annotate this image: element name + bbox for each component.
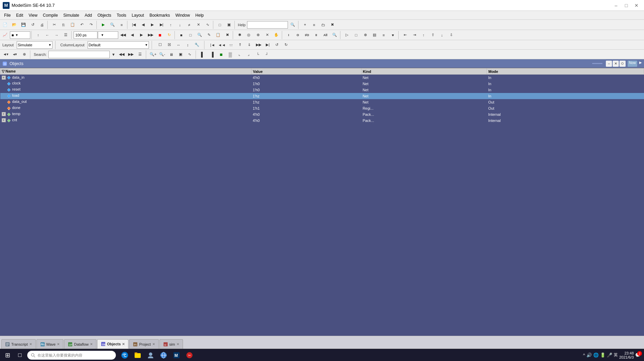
tb2-cursor5[interactable]: ✋ — [272, 31, 281, 39]
layout-more9[interactable]: ↻ — [282, 41, 291, 49]
col-kind[interactable]: Kind — [361, 68, 487, 75]
tb-extra4[interactable]: ✖ — [328, 21, 337, 29]
tray-mic[interactable]: 🎤 — [607, 352, 612, 358]
tb2-more3[interactable]: ↑ — [419, 31, 428, 39]
wb-search-all[interactable]: ☰ — [136, 50, 144, 59]
table-row[interactable]: +temp 4'h0 Pack... Internal — [0, 111, 644, 117]
layout-input[interactable]: Simulate — [18, 43, 48, 47]
wb-zoom-wave[interactable]: ∿ — [185, 50, 194, 59]
menu-simulate[interactable]: Simulate — [61, 12, 82, 18]
taskbar-modelsim-icon[interactable]: M — [170, 349, 183, 361]
layout-more4[interactable]: ⇑ — [236, 41, 245, 49]
layout-btn3[interactable]: ↔ — [174, 41, 183, 49]
tb-bookmark[interactable]: ≡ — [117, 21, 126, 29]
table-row[interactable]: reset 1'h0 Net In — [0, 87, 644, 93]
table-row[interactable]: +cnt 4'h0 Pack... Internal — [0, 117, 644, 124]
tb-extra3[interactable]: 🗀 — [319, 21, 328, 29]
tb2-disp2[interactable]: O — [293, 31, 302, 39]
table-row[interactable]: +data_in 4'h0 Net In — [0, 75, 644, 81]
tb2-more1[interactable]: ⇤ — [401, 31, 410, 39]
layout-more5[interactable]: ⇓ — [245, 41, 254, 49]
tb2-list[interactable]: ☰ — [61, 31, 70, 39]
tab-dataflow-close[interactable]: ✕ — [90, 342, 93, 346]
wb-shape8[interactable]: ┘ — [263, 50, 272, 59]
table-row[interactable]: data_out 1'hz Net Out — [0, 99, 644, 105]
layout-more7[interactable]: ▶| — [263, 41, 272, 49]
search-dropdown[interactable]: ▼ — [110, 50, 117, 59]
tb-search-find[interactable]: 🔍 — [108, 21, 117, 29]
start-button[interactable]: ⊞ — [1, 349, 14, 361]
wb-zoom-sel[interactable]: ▣ — [176, 50, 185, 59]
tb2-btn1[interactable]: 📈 — [1, 31, 10, 39]
tb2-step-back[interactable]: ◀ — [128, 31, 137, 39]
tb2-disp5[interactable]: All — [321, 31, 330, 39]
tab-sim-close[interactable]: ✕ — [177, 342, 179, 346]
tb-nav-split[interactable]: ≠ — [185, 21, 194, 29]
tb2-cursor2[interactable]: ◎ — [244, 31, 253, 39]
wb-btn1[interactable]: ◄▾ — [1, 50, 10, 59]
column-layout-arrow[interactable]: ▼ — [145, 43, 148, 47]
tab-wave[interactable]: Wave ✕ — [36, 339, 64, 349]
tb2-wave5[interactable]: 📋 — [214, 31, 223, 39]
tb-nav-wave[interactable]: ∿ — [203, 21, 212, 29]
wb-shape7[interactable]: └ — [254, 50, 262, 59]
layout-btn2[interactable]: ☒ — [165, 41, 174, 49]
tb2-next-step[interactable]: ▶▶ — [146, 31, 155, 39]
tb-nav-up[interactable]: ↑ — [166, 21, 175, 29]
tb2-restart[interactable]: ↻ — [165, 31, 173, 39]
menu-tools[interactable]: Tools — [114, 12, 129, 18]
layout-more6[interactable]: ▶▶ — [254, 41, 263, 49]
tb2-wave4[interactable]: ✎ — [204, 31, 213, 39]
tb2-cursor4[interactable]: ✕ — [263, 31, 272, 39]
column-layout-input[interactable]: Default — [89, 43, 145, 47]
col-name[interactable]: ▽ Name — [0, 68, 251, 75]
menu-window[interactable]: Window — [173, 12, 193, 18]
tab-transcript[interactable]: Transcript ✕ — [1, 339, 36, 349]
tb2-sel6[interactable]: ♥ — [388, 31, 397, 39]
tb2-disp1[interactable]: I — [284, 31, 293, 39]
layout-btn5[interactable]: 🔧 — [193, 41, 201, 49]
tb-nav-next[interactable]: ▶ — [148, 21, 157, 29]
tb2-forward[interactable]: → — [52, 31, 61, 39]
tb2-step[interactable]: ▶ — [137, 31, 146, 39]
tb-nav-prev[interactable]: ◀ — [139, 21, 148, 29]
tb2-wave3[interactable]: 🔍 — [195, 31, 204, 39]
tb2-sel2[interactable]: □ — [352, 31, 361, 39]
restore-button[interactable]: □ — [622, 1, 631, 10]
tb2-more4[interactable]: ⇧ — [428, 31, 437, 39]
wb-shape1[interactable]: ▌ — [198, 50, 207, 59]
tab-project[interactable]: Pr Project ✕ — [129, 339, 158, 349]
tray-speaker[interactable]: 🔊 — [586, 352, 592, 358]
tray-network[interactable]: 🌐 — [593, 352, 599, 358]
menu-view[interactable]: View — [26, 12, 40, 18]
tb-nav-start[interactable]: |◀ — [129, 21, 138, 29]
taskbar-search[interactable] — [27, 351, 116, 360]
tab-dataflow[interactable]: DF Dataflow ✕ — [64, 339, 96, 349]
table-row[interactable]: clock 1'h0 Net In — [0, 81, 644, 87]
taskbar-explorer-icon[interactable] — [132, 349, 144, 361]
layout-more3[interactable]: ↑↑ — [227, 41, 235, 49]
wb-shape2[interactable]: ▐ — [208, 50, 216, 59]
expand-btn[interactable]: + — [2, 76, 6, 80]
menu-file[interactable]: File — [1, 12, 13, 18]
tb2-sel3[interactable]: ⊕ — [361, 31, 370, 39]
tb-new[interactable]: 📄 — [1, 21, 10, 29]
layout-btn4[interactable]: ↕ — [183, 41, 192, 49]
tb2-disp6[interactable]: 🔍 — [330, 31, 339, 39]
menu-add[interactable]: Add — [82, 12, 95, 18]
table-row[interactable]: load 1'hz Net In — [0, 93, 644, 99]
wb-btn3[interactable]: ⊕ — [20, 50, 29, 59]
task-view-button[interactable]: ☐ — [14, 349, 26, 361]
tb-nav-cross[interactable]: ✕ — [194, 21, 203, 29]
close-button[interactable]: ✕ — [632, 1, 641, 10]
tb2-disp3[interactable]: I/O — [303, 31, 311, 39]
tray-lang[interactable]: 英 — [614, 352, 618, 358]
wb-btn2[interactable]: ◂▾ — [11, 50, 19, 59]
tb-cut[interactable]: ✂ — [50, 21, 59, 29]
tb-nav-down[interactable]: ↓ — [175, 21, 184, 29]
col-mode[interactable]: Mode — [487, 68, 644, 75]
tb2-wave1[interactable]: ■ — [177, 31, 186, 39]
wb-zoom-out[interactable]: 🔍- — [158, 50, 167, 59]
tray-battery[interactable]: 🔋 — [600, 352, 605, 358]
tray-notification[interactable]: 💬 2 — [635, 352, 641, 358]
